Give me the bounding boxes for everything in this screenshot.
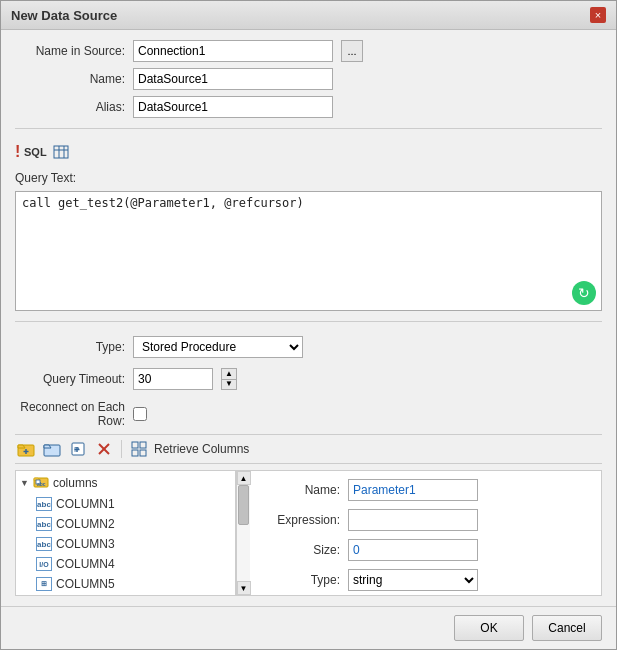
dialog-body: Name in Source: ... Name: Alias: ! SQL — [1, 30, 616, 606]
alias-label: Alias: — [15, 100, 125, 114]
io-icon-column5: ⊞ — [36, 577, 52, 591]
reconnect-label: Reconnect on Each Row: — [15, 400, 125, 428]
column5-label: COLUMN5 — [56, 577, 115, 591]
query-label-row: Query Text: — [15, 171, 602, 185]
timeout-row: Query Timeout: ▲ ▼ — [15, 368, 602, 390]
timeout-input[interactable] — [133, 368, 213, 390]
timeout-label: Query Timeout: — [15, 372, 125, 386]
ok-button[interactable]: OK — [454, 615, 524, 641]
query-toolbar: ! SQL — [15, 139, 602, 165]
name-input[interactable] — [133, 68, 333, 90]
query-textarea[interactable] — [15, 191, 602, 311]
scroll-track — [237, 485, 250, 581]
new-data-source-dialog: New Data Source × Name in Source: ... Na… — [0, 0, 617, 650]
svg-text:abc: abc — [37, 481, 46, 487]
name-in-source-input[interactable] — [133, 40, 333, 62]
scroll-thumb[interactable] — [238, 485, 249, 525]
add-folder-icon — [17, 441, 35, 457]
add-item-button[interactable]: P — [67, 438, 89, 460]
add-column-button[interactable] — [15, 438, 37, 460]
type-row: Type: Stored Procedure SQL Table View — [15, 336, 602, 358]
detail-name-input[interactable] — [348, 479, 478, 501]
alias-input[interactable] — [133, 96, 333, 118]
columns-folder-icon: abc — [33, 474, 49, 491]
detail-size-row: Size: — [260, 539, 591, 561]
svg-rect-19 — [140, 450, 146, 456]
add-item-icon: P — [69, 441, 87, 457]
timeout-spinner: ▲ ▼ — [221, 368, 237, 390]
delete-button[interactable] — [93, 438, 115, 460]
name-in-source-row: Name in Source: ... — [15, 40, 602, 62]
column4-label: COLUMN4 — [56, 557, 115, 571]
svg-rect-17 — [140, 442, 146, 448]
tree-item-column1[interactable]: abc COLUMN1 — [16, 494, 235, 514]
name-in-source-label: Name in Source: — [15, 44, 125, 58]
tree-item-columns-root[interactable]: ▼ abc columns — [16, 471, 235, 494]
retrieve-columns-button[interactable]: Retrieve Columns — [154, 442, 249, 456]
detail-type-label: Type: — [260, 573, 340, 587]
io-icon-column4: I/O — [36, 557, 52, 571]
columns-toolbar: P Retrieve — [15, 434, 602, 464]
name-label: Name: — [15, 72, 125, 86]
query-textarea-wrap: ↻ — [15, 191, 602, 311]
abc-icon-column3: abc — [36, 537, 52, 551]
tree-item-column3[interactable]: abc COLUMN3 — [16, 534, 235, 554]
svg-rect-18 — [132, 450, 138, 456]
abc-icon-column2: abc — [36, 517, 52, 531]
column1-label: COLUMN1 — [56, 497, 115, 511]
divider2 — [15, 321, 602, 322]
scroll-up-arrow[interactable]: ▲ — [237, 471, 251, 485]
svg-rect-16 — [132, 442, 138, 448]
detail-panel: Name: Expression: Size: Type: string int… — [250, 471, 601, 595]
query-label: Query Text: — [15, 171, 76, 185]
sql-button[interactable]: SQL — [24, 141, 46, 163]
tree-item-column2[interactable]: abc COLUMN2 — [16, 514, 235, 534]
table-icon — [53, 145, 69, 159]
detail-expression-input[interactable] — [348, 509, 478, 531]
detail-name-label: Name: — [260, 483, 340, 497]
scroll-down-arrow[interactable]: ▼ — [237, 581, 251, 595]
abc-icon-column1: abc — [36, 497, 52, 511]
detail-type-select[interactable]: string integer float boolean date — [348, 569, 478, 591]
type-select[interactable]: Stored Procedure SQL Table View — [133, 336, 303, 358]
tree-panel: ▼ abc columns abc COLUMN1 — [16, 471, 236, 595]
main-content: ▼ abc columns abc COLUMN1 — [15, 470, 602, 596]
detail-expression-label: Expression: — [260, 513, 340, 527]
grid-icon-button[interactable] — [128, 438, 150, 460]
delete-icon — [96, 441, 112, 457]
tree-item-column5[interactable]: ⊞ COLUMN5 — [16, 574, 235, 594]
reconnect-row: Reconnect on Each Row: — [15, 400, 602, 428]
cancel-button[interactable]: Cancel — [532, 615, 602, 641]
detail-type-row: Type: string integer float boolean date — [260, 569, 591, 591]
retrieve-columns-label: Retrieve Columns — [154, 442, 249, 456]
tree-item-parameters-root[interactable]: ▶ parameters — [16, 594, 235, 595]
dialog-footer: OK Cancel — [1, 606, 616, 649]
column2-label: COLUMN2 — [56, 517, 115, 531]
detail-size-input[interactable] — [348, 539, 478, 561]
tree-item-column4[interactable]: I/O COLUMN4 — [16, 554, 235, 574]
column3-label: COLUMN3 — [56, 537, 115, 551]
name-row: Name: — [15, 68, 602, 90]
divider1 — [15, 128, 602, 129]
spinner-down-button[interactable]: ▼ — [222, 380, 236, 390]
dialog-title: New Data Source — [11, 8, 117, 23]
type-label: Type: — [15, 340, 125, 354]
separator — [121, 440, 122, 458]
close-button[interactable]: × — [590, 7, 606, 23]
title-bar: New Data Source × — [1, 1, 616, 30]
add-param-button[interactable] — [41, 438, 63, 460]
columns-label: columns — [53, 476, 98, 490]
detail-name-row: Name: — [260, 479, 591, 501]
sql-label: SQL — [24, 146, 47, 158]
spinner-up-button[interactable]: ▲ — [222, 369, 236, 380]
refresh-button[interactable]: ↻ — [572, 281, 596, 305]
error-icon: ! — [15, 143, 20, 161]
name-in-source-browse-button[interactable]: ... — [341, 40, 363, 62]
table-icon-button[interactable] — [50, 141, 72, 163]
alias-row: Alias: — [15, 96, 602, 118]
svg-rect-0 — [54, 146, 68, 158]
detail-size-label: Size: — [260, 543, 340, 557]
grid-icon — [131, 441, 147, 457]
reconnect-checkbox[interactable] — [133, 407, 147, 421]
tree-scrollbar[interactable]: ▲ ▼ — [236, 471, 250, 595]
